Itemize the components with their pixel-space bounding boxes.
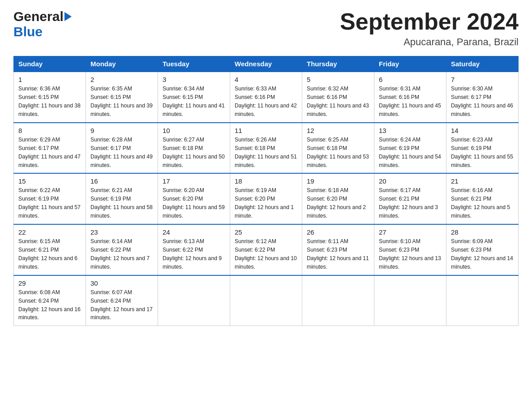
col-tuesday: Tuesday [158,56,230,72]
table-row: 22Sunrise: 6:15 AMSunset: 6:21 PMDayligh… [14,224,86,275]
day-number: 22 [18,228,81,236]
day-number: 7 [451,76,514,83]
day-number: 18 [235,177,297,185]
day-info: Sunrise: 6:12 AMSunset: 6:22 PMDaylight:… [235,237,297,271]
day-number: 19 [307,177,369,185]
col-saturday: Saturday [446,56,519,72]
table-row: 7Sunrise: 6:30 AMSunset: 6:17 PMDaylight… [446,72,519,123]
calendar-week-row: 15Sunrise: 6:22 AMSunset: 6:19 PMDayligh… [14,173,519,224]
page-header: General Blue September 2024 Apucarana, P… [13,9,519,48]
calendar-week-row: 29Sunrise: 6:08 AMSunset: 6:24 PMDayligh… [14,275,519,326]
day-number: 8 [18,127,81,134]
calendar-week-row: 22Sunrise: 6:15 AMSunset: 6:21 PMDayligh… [14,224,519,275]
col-sunday: Sunday [14,56,86,72]
day-number: 12 [307,127,369,134]
day-info: Sunrise: 6:20 AMSunset: 6:20 PMDaylight:… [163,186,225,220]
title-block: September 2024 Apucarana, Parana, Brazil [340,9,519,48]
day-info: Sunrise: 6:30 AMSunset: 6:17 PMDaylight:… [451,85,514,119]
calendar-week-row: 1Sunrise: 6:36 AMSunset: 6:15 PMDaylight… [14,72,519,123]
table-row [374,275,446,326]
day-number: 13 [379,127,442,134]
table-row: 4Sunrise: 6:33 AMSunset: 6:16 PMDaylight… [230,72,302,123]
day-info: Sunrise: 6:21 AMSunset: 6:19 PMDaylight:… [90,186,153,220]
table-row: 9Sunrise: 6:28 AMSunset: 6:17 PMDaylight… [86,123,158,174]
day-info: Sunrise: 6:23 AMSunset: 6:19 PMDaylight:… [451,136,514,170]
table-row: 3Sunrise: 6:34 AMSunset: 6:15 PMDaylight… [158,72,230,123]
day-number: 30 [90,279,153,287]
day-info: Sunrise: 6:16 AMSunset: 6:21 PMDaylight:… [451,186,514,220]
table-row: 18Sunrise: 6:19 AMSunset: 6:20 PMDayligh… [230,173,302,224]
page-title: September 2024 [340,9,519,34]
table-row: 14Sunrise: 6:23 AMSunset: 6:19 PMDayligh… [446,123,519,174]
day-info: Sunrise: 6:36 AMSunset: 6:15 PMDaylight:… [18,85,81,119]
logo-blue-text: Blue [13,24,43,39]
calendar-week-row: 8Sunrise: 6:29 AMSunset: 6:17 PMDaylight… [14,123,519,174]
table-row: 15Sunrise: 6:22 AMSunset: 6:19 PMDayligh… [14,173,86,224]
day-info: Sunrise: 6:17 AMSunset: 6:21 PMDaylight:… [379,186,442,220]
logo: General Blue [13,9,72,39]
table-row: 30Sunrise: 6:07 AMSunset: 6:24 PMDayligh… [86,275,158,326]
day-number: 14 [451,127,514,134]
day-info: Sunrise: 6:19 AMSunset: 6:20 PMDaylight:… [235,186,297,220]
calendar-table: Sunday Monday Tuesday Wednesday Thursday… [13,56,519,326]
day-info: Sunrise: 6:24 AMSunset: 6:19 PMDaylight:… [379,136,442,170]
day-number: 16 [90,177,153,185]
day-number: 23 [90,228,153,236]
table-row: 26Sunrise: 6:11 AMSunset: 6:23 PMDayligh… [302,224,374,275]
day-info: Sunrise: 6:27 AMSunset: 6:18 PMDaylight:… [163,136,225,170]
day-number: 26 [307,228,369,236]
table-row: 29Sunrise: 6:08 AMSunset: 6:24 PMDayligh… [14,275,86,326]
day-info: Sunrise: 6:09 AMSunset: 6:23 PMDaylight:… [451,237,514,271]
day-number: 10 [163,127,225,134]
day-number: 20 [379,177,442,185]
table-row: 10Sunrise: 6:27 AMSunset: 6:18 PMDayligh… [158,123,230,174]
day-info: Sunrise: 6:33 AMSunset: 6:16 PMDaylight:… [235,85,297,119]
day-number: 17 [163,177,225,185]
table-row: 17Sunrise: 6:20 AMSunset: 6:20 PMDayligh… [158,173,230,224]
day-number: 28 [451,228,514,236]
day-number: 2 [90,76,153,83]
day-info: Sunrise: 6:07 AMSunset: 6:24 PMDaylight:… [90,288,153,322]
day-number: 24 [163,228,225,236]
day-info: Sunrise: 6:29 AMSunset: 6:17 PMDaylight:… [18,136,81,170]
day-info: Sunrise: 6:14 AMSunset: 6:22 PMDaylight:… [90,237,153,271]
day-number: 11 [235,127,297,134]
table-row: 11Sunrise: 6:26 AMSunset: 6:18 PMDayligh… [230,123,302,174]
table-row: 1Sunrise: 6:36 AMSunset: 6:15 PMDaylight… [14,72,86,123]
table-row: 13Sunrise: 6:24 AMSunset: 6:19 PMDayligh… [374,123,446,174]
col-monday: Monday [86,56,158,72]
day-number: 3 [163,76,225,83]
day-number: 9 [90,127,153,134]
table-row: 8Sunrise: 6:29 AMSunset: 6:17 PMDaylight… [14,123,86,174]
day-info: Sunrise: 6:18 AMSunset: 6:20 PMDaylight:… [307,186,369,220]
col-friday: Friday [374,56,446,72]
day-info: Sunrise: 6:13 AMSunset: 6:22 PMDaylight:… [163,237,225,271]
table-row [158,275,230,326]
day-info: Sunrise: 6:28 AMSunset: 6:17 PMDaylight:… [90,136,153,170]
table-row: 12Sunrise: 6:25 AMSunset: 6:18 PMDayligh… [302,123,374,174]
day-number: 25 [235,228,297,236]
table-row: 27Sunrise: 6:10 AMSunset: 6:23 PMDayligh… [374,224,446,275]
day-number: 21 [451,177,514,185]
day-number: 4 [235,76,297,83]
table-row [302,275,374,326]
table-row: 5Sunrise: 6:32 AMSunset: 6:16 PMDaylight… [302,72,374,123]
day-info: Sunrise: 6:11 AMSunset: 6:23 PMDaylight:… [307,237,369,271]
day-info: Sunrise: 6:34 AMSunset: 6:15 PMDaylight:… [163,85,225,119]
day-info: Sunrise: 6:08 AMSunset: 6:24 PMDaylight:… [18,288,81,322]
logo-general-text: General [13,9,64,24]
day-info: Sunrise: 6:32 AMSunset: 6:16 PMDaylight:… [307,85,369,119]
table-row: 2Sunrise: 6:35 AMSunset: 6:15 PMDaylight… [86,72,158,123]
col-thursday: Thursday [302,56,374,72]
table-row: 19Sunrise: 6:18 AMSunset: 6:20 PMDayligh… [302,173,374,224]
day-info: Sunrise: 6:15 AMSunset: 6:21 PMDaylight:… [18,237,81,271]
table-row: 23Sunrise: 6:14 AMSunset: 6:22 PMDayligh… [86,224,158,275]
calendar-header-row: Sunday Monday Tuesday Wednesday Thursday… [14,56,519,72]
col-wednesday: Wednesday [230,56,302,72]
table-row: 24Sunrise: 6:13 AMSunset: 6:22 PMDayligh… [158,224,230,275]
table-row: 16Sunrise: 6:21 AMSunset: 6:19 PMDayligh… [86,173,158,224]
day-info: Sunrise: 6:31 AMSunset: 6:16 PMDaylight:… [379,85,442,119]
table-row [446,275,519,326]
day-info: Sunrise: 6:35 AMSunset: 6:15 PMDaylight:… [90,85,153,119]
table-row: 20Sunrise: 6:17 AMSunset: 6:21 PMDayligh… [374,173,446,224]
